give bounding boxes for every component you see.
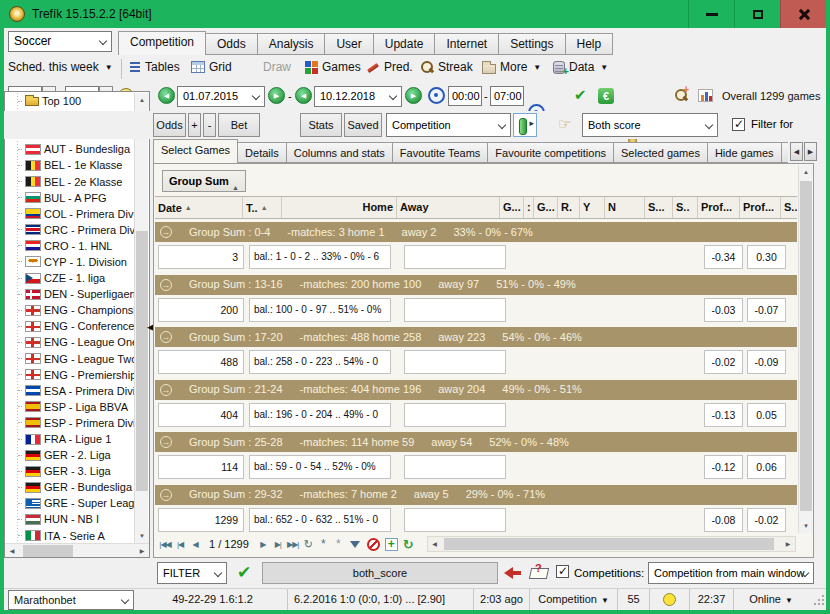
tree-hscroll-thumb[interactable] [23,545,73,557]
order-icon-button[interactable] [513,113,537,137]
group-balance-cell[interactable]: bal.: 652 - 0 - 632 .. 51% - 0 [249,508,391,532]
group-balance-cell[interactable]: bal.: 59 - 0 - 54 .. 52% - 0% [249,455,391,479]
bar-chart-icon[interactable] [698,89,713,102]
group-profit1-cell[interactable]: -0.12 [704,455,743,479]
scroll-up-icon[interactable]: ▲ [135,93,149,107]
time-from-clock-icon[interactable] [428,87,445,104]
sidebar-item-competition[interactable]: DEN - Superligaen [5,286,134,302]
tab-odds[interactable]: Odds [206,33,258,55]
tab-results[interactable]: R [782,142,788,163]
col-goals-home[interactable]: G... [500,197,524,218]
titlebar[interactable]: Trefík 15.15.2.2 [64bit] [0,0,830,28]
sidebar-item-competition[interactable]: COL - Primera Division [5,206,134,222]
nav-next-icon[interactable]: ▶ [256,540,270,549]
sidebar-item-competition[interactable]: ENG - Premiership [5,367,134,383]
scroll-down-icon[interactable]: ▼ [135,529,149,543]
scroll-left-icon[interactable]: ◀ [428,537,442,551]
tab-favourite-teams[interactable]: Favoutite Teams [393,142,489,163]
games-button[interactable]: Games [305,60,361,74]
group-empty-cell[interactable] [404,298,506,322]
date-from-prev-button[interactable]: ◀ [158,87,175,104]
filter-apply-check-icon[interactable]: ✔ [237,562,251,583]
sidebar-item-competition[interactable]: ESA - Primera Division [5,383,134,399]
tab-columns-and-stats[interactable]: Columns and stats [287,142,393,163]
group-balance-cell[interactable]: bal.: 1 - 0 - 2 .. 33% - 0% - 6 [249,245,391,269]
group-header-row[interactable]: Group Sum : 0-4 -matches: 3 home 1 away … [155,222,797,242]
bet-button[interactable]: Bet [218,113,260,137]
nav-first-icon[interactable]: |◀◀ [158,540,172,549]
date-to-select[interactable]: 10.12.2018 [314,86,402,107]
expand-group-icon[interactable] [160,384,172,396]
bookmaker-select[interactable]: Marathonbet [8,590,134,610]
sidebar-item-competition[interactable]: Top 100 [5,93,134,109]
date-from-select[interactable]: 01.07.2015 [177,86,265,107]
group-count-cell[interactable]: 404 [158,403,244,427]
col-home[interactable]: Home [282,197,397,218]
market-select[interactable]: Both score [582,113,718,137]
tab-help[interactable]: Help [566,33,614,55]
tab-settings[interactable]: Settings [499,33,565,55]
group-profit1-cell[interactable]: -0.34 [704,245,743,269]
table-horizontal-scrollbar[interactable]: ◀ ▶ [427,536,796,552]
group-by-button[interactable]: Group Sum [162,170,246,192]
sidebar-item-competition[interactable]: HUN - NB I [5,511,134,527]
group-empty-cell[interactable] [404,350,506,374]
tab-favourite-competitions[interactable]: Favourite competitions [488,142,614,163]
tabs-scroll-left-button[interactable]: ◀ [790,142,803,161]
group-profit1-cell[interactable]: -0.02 [704,350,743,374]
sidebar-item-competition[interactable]: CRC - Primera Division [5,222,134,238]
col-profit-2[interactable]: Prof... [740,197,781,218]
odds-button[interactable]: Odds [153,113,186,137]
scroll-right-icon[interactable]: ▶ [135,544,149,558]
table-scroll-thumb[interactable] [800,181,812,511]
stats-button[interactable]: Stats [300,113,342,137]
group-count-cell[interactable]: 488 [158,350,244,374]
expand-group-icon[interactable] [160,331,172,343]
sidebar-item-competition[interactable]: CZE - 1. liga [5,270,134,286]
competitions-scope-select[interactable]: Competition from main window [648,562,814,584]
group-profit1-cell[interactable]: -0.08 [704,508,743,532]
expand-group-icon[interactable] [160,226,172,238]
back-arrow-icon[interactable] [504,567,523,579]
sidebar-item-competition[interactable]: ESP - Primera Division [5,415,134,431]
expand-group-icon[interactable] [160,489,172,501]
sidebar-item-competition[interactable]: FRA - Ligue 1 [5,431,134,447]
col-s1[interactable]: S... [645,197,673,218]
col-time[interactable]: T.. [243,197,282,218]
filter-checkbox[interactable] [732,118,745,131]
tab-select-games[interactable]: Select Games [153,139,238,163]
tab-competition[interactable]: Competition [118,31,206,55]
group-empty-cell[interactable] [404,245,506,269]
tab-user[interactable]: User [325,33,373,55]
group-count-cell[interactable]: 1299 [158,508,244,532]
bookmark-goto-icon[interactable]: * [331,537,345,551]
col-away[interactable]: Away [397,197,500,218]
sidebar-item-competition[interactable]: BEL - 1e Klasse [5,157,134,173]
sidebar-item-competition[interactable]: GER - 3. Liga [5,463,134,479]
expand-group-icon[interactable] [160,436,172,448]
filter-select[interactable]: FILTER [157,562,227,584]
col-profit-1[interactable]: Prof... [698,197,740,218]
sidebar-item-competition[interactable]: ESP - Liga BBVA [5,399,134,415]
group-empty-cell[interactable] [404,455,506,479]
tabs-scroll-right-button[interactable]: ▶ [804,142,817,161]
euro-icon[interactable]: € [598,88,614,104]
time-to-input[interactable]: 07:00 [490,86,524,106]
col-r[interactable]: R. [558,197,580,218]
minus-button[interactable]: - [203,113,216,137]
tree-vertical-scrollbar[interactable]: ▲ ▼ [134,93,148,543]
date-to-next-button[interactable]: ▶ [405,87,422,104]
sidebar-item-competition[interactable]: CRO - 1. HNL [5,238,134,254]
tab-analysis[interactable]: Analysis [258,33,326,55]
sidebar-item-competition[interactable]: ENG - Conference [5,318,134,334]
bookmark-icon[interactable]: * [316,537,330,551]
group-profit2-cell[interactable]: 0.30 [747,245,786,269]
competitions-checkbox[interactable] [556,565,569,578]
nav-prev-page-icon[interactable]: |◀ [173,540,187,549]
saved-button[interactable]: Saved [344,113,382,137]
sidebar-item-competition[interactable]: GER - Bundesliga [5,479,134,495]
sidebar-item-competition[interactable]: BUL - A PFG [5,190,134,206]
status-competition-dropdown[interactable]: Competition▼ [530,589,618,611]
cancel-filter-icon[interactable] [367,538,380,551]
status-online-dropdown[interactable]: Online▼ [734,589,808,611]
